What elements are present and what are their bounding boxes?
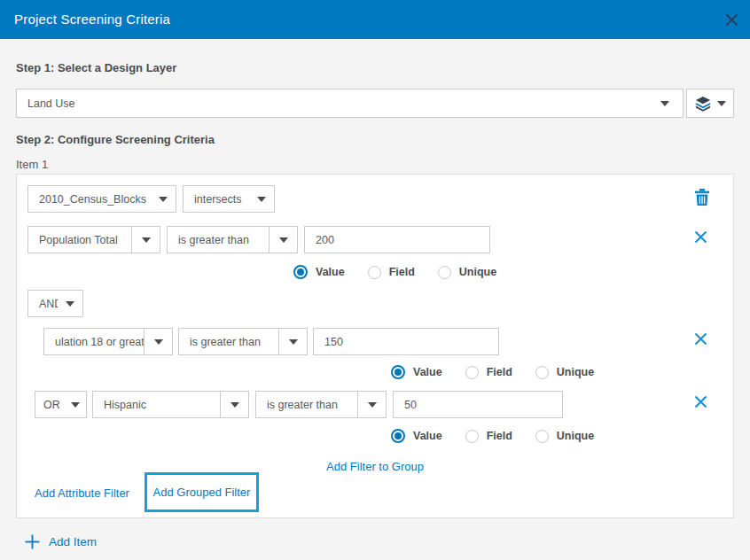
conjunction1-select[interactable]: AND: [27, 290, 83, 317]
project-screening-dialog: Project Screening Criteria Step 1: Selec…: [0, 0, 750, 560]
chevron-down-icon: [65, 392, 86, 417]
layers-icon: [695, 96, 711, 112]
add-filter-to-group-link[interactable]: Add Filter to Group: [17, 460, 733, 473]
radio-unselected-icon: [438, 266, 451, 279]
chevron-down-icon: [151, 186, 176, 212]
radio-unselected-icon: [368, 266, 381, 279]
dialog-header: Project Screening Criteria: [0, 0, 750, 39]
spatial-operator-select[interactable]: intersects: [183, 185, 275, 213]
filter2-field-value: ulation 18 or greater: [44, 329, 144, 354]
radio-field[interactable]: Field: [465, 430, 512, 443]
radio-field-label: Field: [389, 266, 415, 278]
x-icon: [694, 332, 707, 346]
step2-label: Step 2: Configure Screening Criteria: [16, 133, 215, 146]
filter1-field-value: Population Total: [28, 227, 131, 253]
filter3-value-input[interactable]: [393, 391, 563, 418]
filter2-value-input[interactable]: [313, 328, 499, 355]
radio-value[interactable]: Value: [391, 429, 442, 443]
remove-filter1-button[interactable]: [691, 228, 709, 245]
add-grouped-filter-highlight: Add Grouped Filter: [145, 472, 259, 512]
filter3-operator-value: is greater than: [256, 392, 357, 417]
radio-selected-icon: [391, 365, 405, 379]
chevron-down-icon: [58, 291, 82, 316]
step1-label: Step 1: Select a Design Layer: [16, 61, 176, 74]
radio-unselected-icon: [535, 366, 549, 379]
radio-field[interactable]: Field: [368, 266, 415, 279]
radio-field-label: Field: [487, 366, 512, 378]
item-panel: 2010_Census_Blocks intersects Population: [16, 174, 734, 518]
add-item-label: Add Item: [49, 535, 97, 548]
remove-filter2-button[interactable]: [691, 330, 709, 347]
radio-selected-icon: [391, 429, 405, 443]
chevron-down-icon: [278, 329, 307, 354]
trash-icon: [695, 189, 709, 206]
filter2-operator-value: is greater than: [179, 329, 278, 354]
filter3-value-type-radios: Value Field Unique: [391, 429, 594, 443]
chevron-down-icon: [131, 227, 160, 253]
radio-value-label: Value: [413, 430, 442, 442]
x-icon: [694, 395, 707, 408]
radio-unique[interactable]: Unique: [438, 266, 496, 279]
chevron-down-icon: [249, 186, 274, 212]
chevron-down-icon: [144, 329, 172, 354]
chevron-down-icon: [647, 89, 683, 117]
filter1-value-input[interactable]: [304, 226, 490, 253]
remove-filter3-button[interactable]: [691, 393, 709, 410]
radio-unique-label: Unique: [557, 366, 594, 378]
radio-value-label: Value: [316, 266, 345, 278]
radio-field[interactable]: Field: [465, 366, 512, 379]
filter1-value-type-radios: Value Field Unique: [293, 265, 496, 279]
radio-value[interactable]: Value: [391, 365, 442, 379]
filter2-field-select[interactable]: ulation 18 or greater: [43, 328, 173, 355]
item-label: Item 1: [16, 158, 48, 171]
radio-unselected-icon: [465, 430, 479, 443]
design-layer-select[interactable]: Land Use: [16, 89, 684, 118]
radio-unique-label: Unique: [557, 430, 594, 442]
filter1-operator-value: is greater than: [168, 227, 269, 253]
chevron-down-icon: [357, 392, 386, 417]
radio-selected-icon: [293, 265, 308, 279]
add-item-button[interactable]: Add Item: [25, 534, 97, 549]
spatial-operator-value: intersects: [184, 186, 249, 212]
conjunction2-select[interactable]: OR: [35, 391, 87, 418]
add-attribute-filter-link[interactable]: Add Attribute Filter: [35, 486, 129, 500]
filter1-operator-select[interactable]: is greater than: [167, 226, 298, 253]
delete-item-button[interactable]: [692, 187, 712, 206]
filter2-operator-select[interactable]: is greater than: [178, 328, 308, 355]
radio-value-label: Value: [413, 366, 442, 378]
filter1-field-select[interactable]: Population Total: [27, 226, 160, 253]
radio-value[interactable]: Value: [293, 265, 345, 279]
x-icon: [694, 230, 707, 244]
radio-unique[interactable]: Unique: [535, 366, 594, 379]
plus-icon: [25, 534, 40, 549]
target-layer-value: 2010_Census_Blocks: [28, 186, 151, 212]
add-grouped-filter-link[interactable]: Add Grouped Filter: [153, 486, 251, 499]
radio-unique[interactable]: Unique: [535, 430, 594, 443]
radio-unselected-icon: [535, 430, 549, 443]
filter3-field-value: Hispanic: [93, 392, 220, 417]
design-layer-value: Land Use: [17, 89, 647, 117]
chevron-down-icon: [717, 101, 726, 106]
filter2-value-type-radios: Value Field Unique: [391, 365, 594, 379]
layer-options-button[interactable]: [686, 89, 734, 118]
radio-unique-label: Unique: [459, 266, 496, 278]
chevron-down-icon: [269, 227, 297, 253]
conjunction2-value: OR: [35, 392, 65, 417]
filter3-field-select[interactable]: Hispanic: [92, 391, 249, 418]
dialog-title: Project Screening Criteria: [14, 0, 170, 39]
radio-unselected-icon: [465, 366, 479, 379]
radio-field-label: Field: [487, 430, 512, 442]
filter3-operator-select[interactable]: is greater than: [255, 391, 387, 418]
close-icon[interactable]: [723, 12, 739, 27]
chevron-down-icon: [220, 392, 248, 417]
conjunction1-value: AND: [28, 291, 58, 316]
target-layer-select[interactable]: 2010_Census_Blocks: [27, 185, 176, 213]
